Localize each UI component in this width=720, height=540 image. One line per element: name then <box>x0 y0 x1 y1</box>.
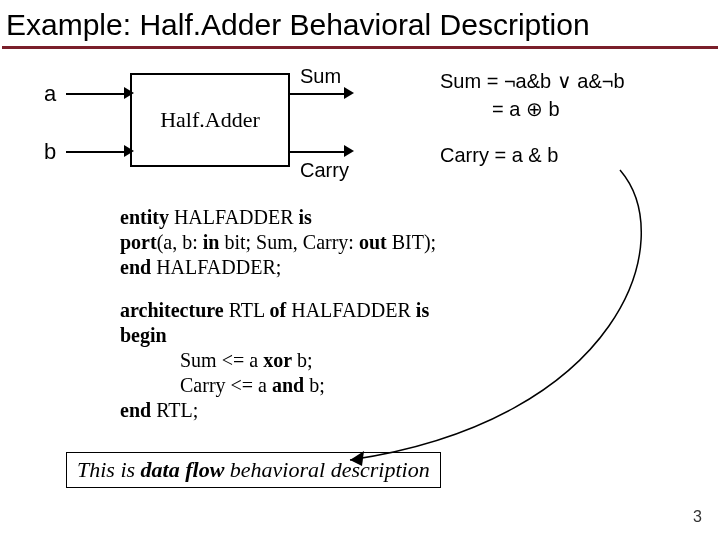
output-label-carry: Carry <box>300 159 349 182</box>
title-underline <box>2 46 718 49</box>
input-label-a: a <box>44 81 56 107</box>
output-label-sum: Sum <box>300 65 341 88</box>
input-label-b: b <box>44 139 56 165</box>
callout-emph: data flow <box>141 457 225 482</box>
wire-sum <box>290 93 350 95</box>
arrow-sum <box>344 87 354 99</box>
block-label: Half.Adder <box>132 107 288 133</box>
equations: Sum = ¬a&b ∨ a&¬b = a ⊕ b Carry = a & b <box>440 67 625 169</box>
callout-post: behavioral description <box>224 457 429 482</box>
callout-box: This is data flow behavioral description <box>66 452 441 488</box>
wire-a <box>66 93 130 95</box>
slide-title: Example: Half.Adder Behavioral Descripti… <box>0 0 720 46</box>
arrow-carry <box>344 145 354 157</box>
wire-b <box>66 151 130 153</box>
eq-sum-2: = a ⊕ b <box>440 95 625 123</box>
wire-carry <box>290 151 350 153</box>
eq-sum-1: Sum = ¬a&b ∨ a&¬b <box>440 67 625 95</box>
page-number: 3 <box>693 508 702 526</box>
eq-carry: Carry = a & b <box>440 141 625 169</box>
vhdl-architecture: architecture RTL of HALFADDER is begin S… <box>120 298 720 423</box>
block-diagram: a b Half.Adder Sum Carry Sum = ¬a&b ∨ a&… <box>0 67 720 197</box>
vhdl-entity: entity HALFADDER is port(a, b: in bit; S… <box>120 205 720 280</box>
halfadder-block: Half.Adder <box>130 73 290 167</box>
callout-pre: This is <box>77 457 141 482</box>
